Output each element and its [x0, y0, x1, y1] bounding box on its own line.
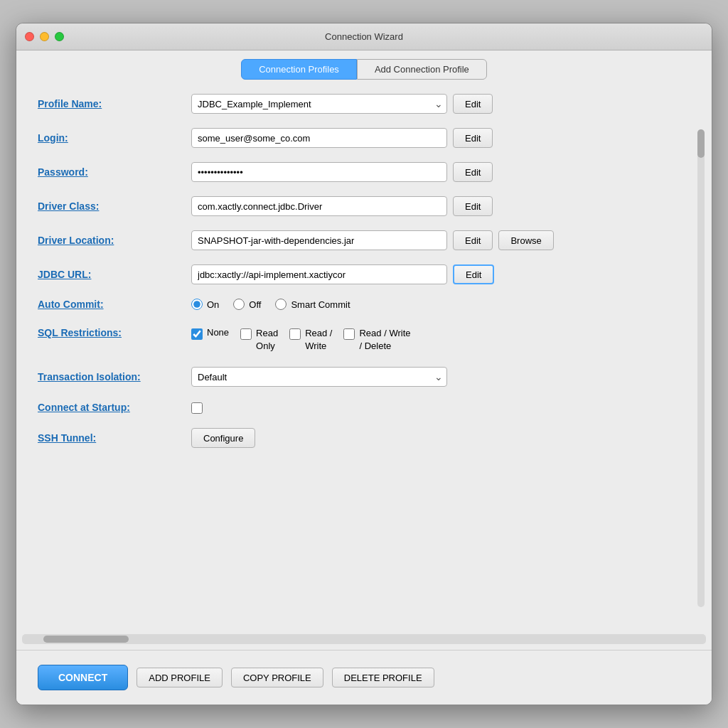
- transaction-isolation-select-wrapper: Default ⌄: [191, 367, 447, 387]
- sql-read-write-checkbox[interactable]: [289, 328, 301, 340]
- connect-startup-controls: [191, 401, 690, 414]
- auto-commit-label[interactable]: Auto Commit:: [38, 299, 180, 310]
- login-row: Login: Edit: [38, 128, 690, 148]
- sql-read-write-option[interactable]: Read /Write: [289, 327, 332, 353]
- password-row: Password: Edit: [38, 162, 690, 182]
- form: Profile Name: JDBC_Example_Implement ⌄ E…: [38, 94, 690, 448]
- auto-commit-off-option[interactable]: Off: [233, 299, 261, 310]
- close-button[interactable]: [25, 32, 34, 41]
- driver-location-controls: Edit Browse: [191, 230, 690, 250]
- driver-location-edit-button[interactable]: Edit: [453, 230, 493, 250]
- ssh-tunnel-label[interactable]: SSH Tunnel:: [38, 432, 180, 444]
- profile-name-label[interactable]: Profile Name:: [38, 98, 180, 109]
- add-profile-button[interactable]: ADD PROFILE: [136, 668, 223, 687]
- login-controls: Edit: [191, 128, 690, 148]
- auto-commit-controls: On Off Smart Commit: [191, 299, 690, 310]
- ssh-tunnel-row: SSH Tunnel: Configure: [38, 428, 690, 448]
- horizontal-scrollbar-thumb[interactable]: [43, 636, 129, 643]
- auto-commit-on-option[interactable]: On: [191, 299, 219, 310]
- jdbc-url-row: JDBC URL: Edit: [38, 264, 690, 284]
- connect-startup-label[interactable]: Connect at Startup:: [38, 402, 180, 413]
- driver-class-label[interactable]: Driver Class:: [38, 200, 180, 212]
- connect-button[interactable]: CONNECT: [38, 665, 128, 690]
- auto-commit-row: Auto Commit: On Off: [38, 299, 690, 310]
- connect-startup-row: Connect at Startup:: [38, 401, 690, 414]
- profile-name-row: Profile Name: JDBC_Example_Implement ⌄ E…: [38, 94, 690, 114]
- sql-restrictions-label[interactable]: SQL Restrictions:: [38, 327, 180, 338]
- delete-profile-button[interactable]: DELETE PROFILE: [332, 668, 434, 687]
- title-bar: Connection Wizard: [16, 23, 712, 50]
- password-controls: Edit: [191, 162, 690, 182]
- sql-read-only-option[interactable]: ReadOnly: [240, 327, 278, 353]
- sql-read-write-delete-option[interactable]: Read / Write/ Delete: [343, 327, 410, 353]
- window-controls: [25, 32, 64, 41]
- driver-class-input[interactable]: [191, 196, 447, 216]
- jdbc-url-edit-button[interactable]: Edit: [453, 264, 494, 284]
- transaction-isolation-label[interactable]: Transaction Isolation:: [38, 371, 180, 382]
- driver-location-row: Driver Location: Edit Browse: [38, 230, 690, 250]
- tab-add-connection-profile[interactable]: Add Connection Profile: [357, 59, 487, 80]
- profile-name-select[interactable]: JDBC_Example_Implement: [191, 94, 447, 114]
- password-label[interactable]: Password:: [38, 166, 180, 178]
- sql-restrictions-row: SQL Restrictions: None ReadOnly: [38, 324, 690, 353]
- password-edit-button[interactable]: Edit: [453, 162, 493, 182]
- profile-name-controls: JDBC_Example_Implement ⌄ Edit: [191, 94, 690, 114]
- maximize-button[interactable]: [55, 32, 64, 41]
- jdbc-url-input[interactable]: [191, 264, 447, 284]
- driver-location-label[interactable]: Driver Location:: [38, 235, 180, 246]
- minimize-button[interactable]: [40, 32, 49, 41]
- window-title: Connection Wizard: [325, 31, 403, 42]
- driver-location-input[interactable]: [191, 230, 447, 250]
- sql-restrictions-controls: None ReadOnly Read /Write: [191, 327, 690, 353]
- sql-none-option[interactable]: None: [191, 327, 229, 340]
- driver-class-controls: Edit: [191, 196, 690, 216]
- ssh-tunnel-controls: Configure: [191, 428, 690, 448]
- sql-none-checkbox[interactable]: [191, 328, 203, 340]
- main-window: Connection Wizard Connection Profiles Ad…: [16, 23, 712, 705]
- driver-location-browse-button[interactable]: Browse: [498, 230, 553, 250]
- profile-name-select-wrapper: JDBC_Example_Implement ⌄: [191, 94, 447, 114]
- transaction-isolation-select[interactable]: Default: [191, 367, 447, 387]
- horizontal-scrollbar[interactable]: [22, 634, 706, 644]
- content-area: Profile Name: JDBC_Example_Implement ⌄ E…: [16, 80, 712, 634]
- auto-commit-off-radio[interactable]: [233, 299, 245, 310]
- sql-restrictions-checkbox-group: None ReadOnly Read /Write: [191, 327, 410, 353]
- transaction-isolation-controls: Default ⌄: [191, 367, 690, 387]
- transaction-isolation-row: Transaction Isolation: Default ⌄: [38, 367, 690, 387]
- auto-commit-on-radio[interactable]: [191, 299, 203, 310]
- connect-startup-checkbox[interactable]: [191, 402, 203, 414]
- bottom-bar: CONNECT ADD PROFILE COPY PROFILE DELETE …: [16, 650, 712, 705]
- ssh-tunnel-configure-button[interactable]: Configure: [191, 428, 255, 448]
- login-label[interactable]: Login:: [38, 132, 180, 144]
- auto-commit-smart-option[interactable]: Smart Commit: [275, 299, 350, 310]
- copy-profile-button[interactable]: COPY PROFILE: [231, 668, 323, 687]
- driver-class-row: Driver Class: Edit: [38, 196, 690, 216]
- tab-bar: Connection Profiles Add Connection Profi…: [16, 50, 712, 80]
- jdbc-url-label[interactable]: JDBC URL:: [38, 269, 180, 280]
- sql-read-write-delete-checkbox[interactable]: [343, 328, 355, 340]
- sql-read-only-checkbox[interactable]: [240, 328, 252, 340]
- login-edit-button[interactable]: Edit: [453, 128, 493, 148]
- auto-commit-smart-radio[interactable]: [275, 299, 287, 310]
- auto-commit-radio-group: On Off Smart Commit: [191, 299, 350, 310]
- driver-class-edit-button[interactable]: Edit: [453, 196, 493, 216]
- tab-connection-profiles[interactable]: Connection Profiles: [241, 59, 357, 80]
- profile-name-edit-button[interactable]: Edit: [453, 94, 493, 114]
- jdbc-url-controls: Edit: [191, 264, 690, 284]
- password-input[interactable]: [191, 162, 447, 182]
- login-input[interactable]: [191, 128, 447, 148]
